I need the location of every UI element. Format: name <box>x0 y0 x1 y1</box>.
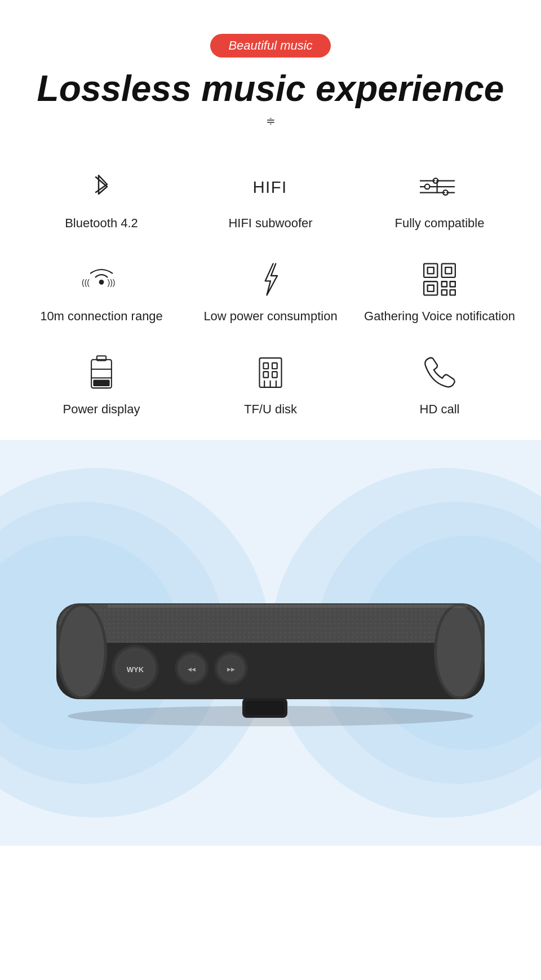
lowpower-label: Low power consumption <box>203 308 337 325</box>
svg-rect-59 <box>107 604 468 608</box>
svg-rect-30 <box>263 363 268 369</box>
divider-icon: ≑ <box>23 114 518 127</box>
svg-rect-16 <box>442 264 455 277</box>
hifi-icon: HIFI <box>248 167 293 206</box>
svg-point-11 <box>99 280 104 285</box>
svg-rect-28 <box>93 380 109 386</box>
svg-text:▶▶: ▶▶ <box>227 666 235 672</box>
badge: Beautiful music <box>210 34 330 58</box>
svg-rect-22 <box>442 290 447 295</box>
lightning-icon <box>248 260 293 299</box>
features-grid: Bluetooth 4.2 HIFI HIFI subwoofer <box>23 167 518 417</box>
svg-text:WYK: WYK <box>127 665 144 674</box>
feature-compatible: Fully compatible <box>361 167 518 232</box>
speaker-section: WYK ◀◀ ▶▶ <box>0 440 541 846</box>
voice-label: Gathering Voice notification <box>364 308 515 325</box>
speaker-image-wrapper: WYK ◀◀ ▶▶ <box>39 558 502 727</box>
battery-icon <box>79 353 124 392</box>
feature-connection: ((( ))) 10m connection range <box>23 260 180 325</box>
svg-rect-19 <box>428 285 434 292</box>
svg-rect-41 <box>59 604 482 643</box>
wifi-icon: ((( ))) <box>79 260 124 299</box>
bluetooth-label: Bluetooth 4.2 <box>65 215 138 232</box>
power-label: Power display <box>63 401 140 418</box>
svg-rect-31 <box>272 363 277 369</box>
svg-point-46 <box>437 606 482 696</box>
svg-text:◀◀: ◀◀ <box>188 666 196 672</box>
speaker-svg: WYK ◀◀ ▶▶ <box>39 558 502 727</box>
page-wrapper: Beautiful music Lossless music experienc… <box>0 0 541 846</box>
svg-rect-23 <box>450 290 455 295</box>
main-title: Lossless music experience <box>23 69 518 108</box>
hdcall-label: HD call <box>420 401 460 418</box>
qr-icon <box>417 260 462 299</box>
feature-hifi: HIFI HIFI subwoofer <box>192 167 349 232</box>
svg-rect-20 <box>442 282 447 287</box>
svg-rect-15 <box>428 268 434 274</box>
svg-rect-14 <box>424 264 437 277</box>
svg-rect-21 <box>450 282 455 287</box>
feature-voice: Gathering Voice notification <box>361 260 518 325</box>
compatible-label: Fully compatible <box>395 215 485 232</box>
feature-bluetooth: Bluetooth 4.2 <box>23 167 180 232</box>
svg-rect-32 <box>263 372 268 377</box>
svg-point-44 <box>59 606 104 696</box>
tf-label: TF/U disk <box>244 401 297 418</box>
phone-icon <box>417 353 462 392</box>
svg-point-1 <box>425 184 430 189</box>
header-section: Beautiful music Lossless music experienc… <box>0 0 541 156</box>
svg-text:HIFI: HIFI <box>253 178 287 196</box>
svg-rect-17 <box>445 268 451 274</box>
feature-tf: TF/U disk <box>192 353 349 418</box>
compatible-icon <box>417 167 462 206</box>
svg-text:))): ))) <box>108 279 116 288</box>
bluetooth-icon <box>79 167 124 206</box>
connection-label: 10m connection range <box>40 308 163 325</box>
features-section: Bluetooth 4.2 HIFI HIFI subwoofer <box>0 156 541 440</box>
sdcard-icon <box>248 353 293 392</box>
svg-rect-61 <box>245 701 285 715</box>
svg-text:(((: ((( <box>82 279 90 288</box>
hifi-label: HIFI subwoofer <box>228 215 312 232</box>
feature-hdcall: HD call <box>361 353 518 418</box>
svg-rect-33 <box>272 372 277 377</box>
feature-power: Power display <box>23 353 180 418</box>
svg-rect-18 <box>424 282 437 295</box>
feature-lowpower: Low power consumption <box>192 260 349 325</box>
